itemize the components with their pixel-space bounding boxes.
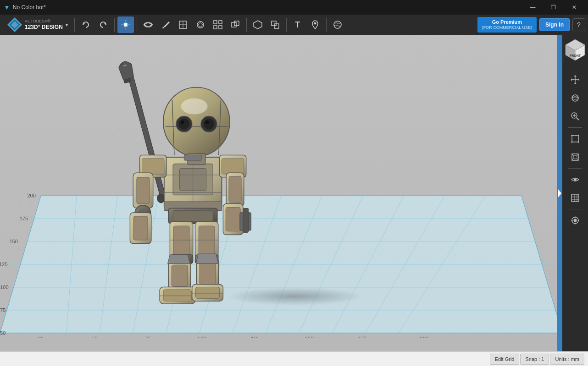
go-premium-button[interactable]: Go Premium (FOR COMMERCIAL USE) — [477, 17, 537, 33]
svg-marker-9 — [125, 28, 127, 29]
svg-rect-24 — [232, 22, 236, 27]
svg-rect-100 — [133, 216, 148, 240]
combine-icon — [270, 20, 280, 30]
material-icon — [333, 20, 343, 30]
svg-marker-135 — [574, 83, 577, 84]
svg-text:175: 175 — [20, 216, 28, 221]
group-button[interactable] — [227, 16, 244, 33]
combine-button[interactable] — [267, 16, 283, 33]
svg-point-30 — [334, 21, 341, 28]
help-button[interactable]: ? — [572, 18, 585, 31]
pan-button[interactable] — [567, 71, 583, 88]
perspective-icon — [571, 153, 580, 162]
measure-button[interactable] — [250, 16, 266, 33]
svg-rect-23 — [219, 26, 222, 29]
separator-4 — [246, 18, 247, 32]
statusbar: Edit Grid Snap : 1 Units : mm — [0, 351, 588, 366]
svg-rect-96 — [137, 177, 150, 204]
material-button[interactable] — [329, 16, 346, 33]
main-area: 25 50 75 100 125 150 175 200 200 175 150… — [0, 35, 588, 351]
snap-button[interactable] — [307, 16, 323, 33]
maximize-button[interactable]: ❐ — [543, 0, 564, 15]
svg-text:75: 75 — [0, 308, 6, 313]
svg-text:150: 150 — [305, 336, 314, 338]
svg-rect-145 — [572, 136, 578, 142]
svg-rect-25 — [234, 21, 239, 26]
svg-text:FRONT: FRONT — [570, 54, 581, 57]
go-premium-label: Go Premium — [492, 19, 522, 25]
close-button[interactable]: ✕ — [564, 0, 584, 15]
svg-rect-120 — [172, 265, 188, 286]
separator-3 — [137, 18, 137, 32]
fit-all-icon — [571, 134, 580, 143]
svg-rect-22 — [214, 26, 217, 29]
sign-in-button[interactable]: Sign In — [539, 18, 570, 31]
svg-rect-127 — [195, 287, 219, 299]
snap-settings-button[interactable] — [567, 212, 583, 229]
visibility-button[interactable] — [567, 171, 583, 188]
grid-icon — [571, 193, 580, 202]
right-panel-toggle[interactable] — [557, 35, 562, 351]
svg-text:50: 50 — [91, 336, 98, 338]
svg-marker-134 — [574, 75, 577, 76]
svg-text:175: 175 — [358, 336, 367, 338]
window-controls: — ❐ ✕ — [522, 0, 584, 15]
app-logo[interactable]: AUTODESK® 123D° DESIGN ▾ — [3, 16, 72, 33]
svg-text:25: 25 — [38, 336, 44, 338]
right-edge-arrow-icon — [558, 189, 561, 198]
separator-2 — [114, 18, 115, 32]
modify-icon — [195, 20, 205, 30]
undo-button[interactable] — [78, 16, 94, 33]
svg-rect-27 — [272, 21, 276, 26]
units-button[interactable]: Units : mm — [550, 354, 584, 365]
edit-grid-button[interactable]: Edit Grid — [490, 354, 520, 365]
svg-rect-79 — [173, 210, 213, 221]
svg-rect-161 — [571, 194, 579, 202]
measure-icon — [253, 20, 263, 30]
svg-point-29 — [314, 22, 316, 25]
svg-rect-92 — [184, 155, 202, 161]
autodesk-logo-icon — [6, 16, 23, 33]
svg-rect-20 — [214, 21, 217, 24]
svg-marker-26 — [254, 21, 262, 29]
snap-icon — [310, 20, 320, 30]
svg-line-142 — [577, 118, 579, 120]
orbit-button[interactable] — [567, 90, 583, 106]
snap-settings-icon — [571, 216, 580, 225]
svg-rect-108 — [243, 208, 249, 233]
svg-marker-172 — [558, 189, 561, 198]
view-cube[interactable]: FRONT — [565, 38, 586, 62]
redo-button[interactable] — [95, 16, 111, 33]
modify-button[interactable] — [192, 16, 209, 33]
snap-value-button[interactable]: Snap : 1 — [520, 354, 549, 365]
transform-button[interactable] — [117, 16, 134, 33]
viewport[interactable]: 25 50 75 100 125 150 175 200 200 175 150… — [0, 35, 562, 351]
svg-text:150: 150 — [9, 239, 18, 244]
svg-marker-13 — [129, 24, 130, 26]
transform-icon — [121, 20, 131, 30]
minimize-button[interactable]: — — [522, 0, 543, 15]
separator-6 — [326, 18, 327, 32]
primitives-button[interactable] — [140, 16, 156, 33]
svg-rect-94 — [142, 158, 164, 174]
separator-5 — [286, 18, 287, 32]
svg-rect-28 — [274, 24, 279, 28]
svg-marker-3 — [83, 23, 85, 25]
sketch-button[interactable] — [157, 16, 174, 33]
go-premium-sublabel: (FOR COMMERCIAL USE) — [482, 25, 532, 31]
title-icon: ▼ — [4, 4, 10, 11]
zoom-button[interactable] — [567, 108, 583, 125]
logo-dropdown-icon[interactable]: ▾ — [66, 22, 68, 27]
right-sep-3 — [568, 209, 582, 209]
grid-toggle-button[interactable] — [567, 190, 583, 206]
svg-rect-122 — [200, 262, 216, 284]
pan-icon — [571, 75, 580, 84]
svg-rect-104 — [229, 176, 241, 202]
construct-button[interactable] — [175, 16, 191, 33]
fit-all-button[interactable] — [567, 131, 583, 147]
svg-point-90 — [205, 120, 209, 124]
pattern-button[interactable] — [210, 16, 226, 33]
text-button[interactable]: T — [289, 16, 306, 33]
perspective-button[interactable] — [567, 149, 583, 165]
view-cube-container: FRONT — [564, 38, 587, 66]
